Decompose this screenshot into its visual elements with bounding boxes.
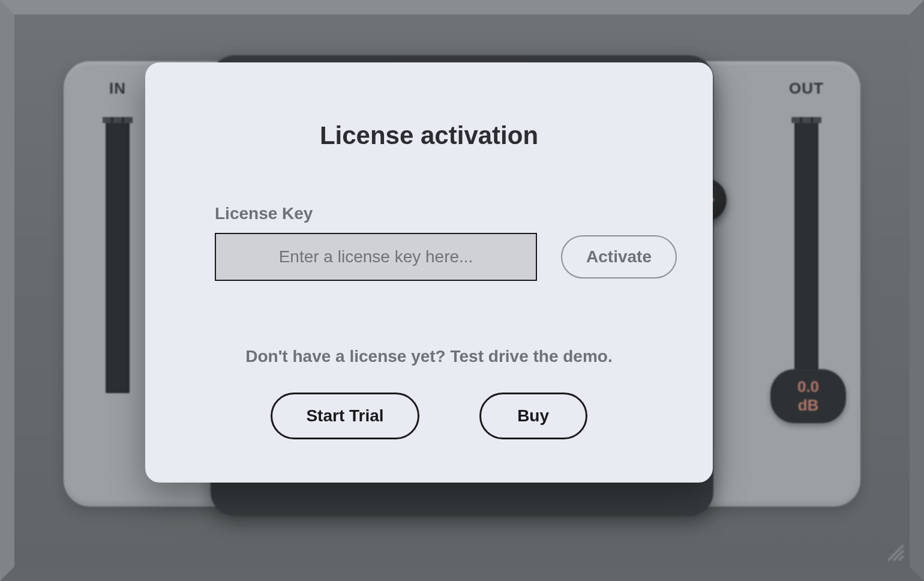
start-trial-button[interactable]: Start Trial [271, 393, 419, 439]
activate-button[interactable]: Activate [561, 235, 677, 278]
buy-button[interactable]: Buy [479, 393, 587, 439]
dialog-title: License activation [181, 121, 677, 150]
demo-prompt-text: Don't have a license yet? Test drive the… [181, 347, 677, 366]
license-activation-dialog: License activation License Key Activate … [145, 62, 713, 483]
license-key-label: License Key [215, 204, 677, 223]
license-key-input[interactable] [215, 233, 537, 281]
window-frame: IN OUT 0.0 dB License activation License… [0, 0, 924, 581]
